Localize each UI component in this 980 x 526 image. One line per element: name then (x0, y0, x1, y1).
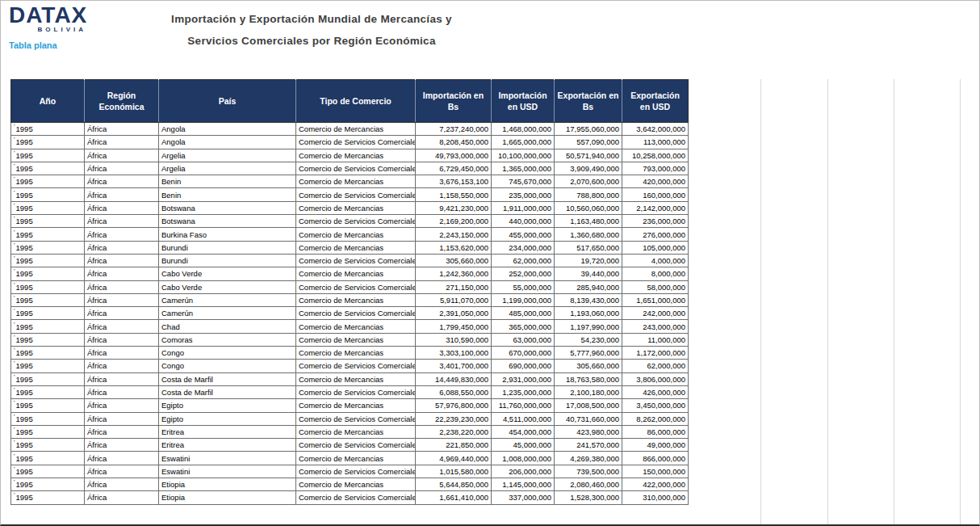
cell-imp-usd[interactable]: 1,365,000,000 (492, 162, 555, 175)
cell-imp-bs[interactable]: 3,401,700,000 (416, 360, 492, 372)
cell-imp-bs[interactable]: 2,243,150,000 (416, 228, 492, 241)
cell-imp-usd[interactable]: 1,008,000,000 (492, 452, 555, 465)
cell-imp-usd[interactable]: 62,000,000 (492, 254, 555, 267)
cell-pais[interactable]: Chad (159, 320, 296, 333)
cell-pais[interactable]: Burundi (159, 254, 296, 267)
cell-exp-bs[interactable]: 10,560,060,000 (555, 201, 622, 214)
cell-pais[interactable]: Camerún (159, 293, 296, 306)
cell-imp-usd[interactable]: 1,911,000,000 (492, 201, 555, 214)
cell-exp-usd[interactable]: 2,142,000,000 (622, 201, 689, 214)
cell-ano[interactable]: '1995 (11, 439, 85, 452)
cell-imp-usd[interactable]: 11,760,000,000 (492, 399, 555, 412)
cell-ano[interactable]: '1995 (11, 320, 85, 333)
cell-exp-usd[interactable]: 422,000,000 (622, 478, 689, 491)
cell-imp-usd[interactable]: 1,235,000,000 (492, 385, 555, 398)
cell-imp-bs[interactable]: 2,238,220,000 (416, 425, 492, 438)
column-header-imp-usd[interactable]: Importación en USD (492, 80, 555, 123)
cell-imp-usd[interactable]: 670,000,000 (492, 347, 555, 360)
cell-exp-bs[interactable]: 39,440,000 (555, 267, 622, 280)
cell-pais[interactable]: Costa de Marfil (159, 372, 296, 385)
cell-tipo[interactable]: Comercio de Servicios Comerciales (296, 254, 416, 267)
cell-exp-usd[interactable]: 310,000,000 (622, 491, 689, 504)
cell-exp-bs[interactable]: 40,731,660,000 (555, 412, 622, 425)
cell-pais[interactable]: Comoras (159, 333, 296, 346)
cell-tipo[interactable]: Comercio de Mercancias (296, 123, 416, 136)
cell-pais[interactable]: Congo (159, 360, 296, 372)
cell-imp-usd[interactable]: 234,000,000 (492, 241, 555, 254)
cell-exp-usd[interactable]: 150,000,000 (622, 465, 689, 478)
cell-exp-bs[interactable]: 305,660,000 (555, 360, 622, 372)
cell-region[interactable]: África (85, 267, 159, 280)
cell-pais[interactable]: Egipto (159, 399, 296, 412)
cell-imp-usd[interactable]: 55,000,000 (492, 280, 555, 293)
cell-exp-usd[interactable]: 3,642,000,000 (622, 123, 689, 136)
cell-exp-usd[interactable]: 58,000,000 (622, 280, 689, 293)
cell-exp-usd[interactable]: 793,000,000 (622, 162, 689, 175)
cell-region[interactable]: África (85, 149, 159, 162)
column-header-exp-usd[interactable]: Exportación en USD (622, 80, 689, 123)
cell-exp-usd[interactable]: 113,000,000 (622, 136, 689, 149)
cell-imp-bs[interactable]: 4,969,440,000 (416, 452, 492, 465)
cell-exp-bs[interactable]: 5,777,960,000 (555, 347, 622, 360)
column-header-ano[interactable]: Año (11, 80, 85, 123)
cell-tipo[interactable]: Comercio de Servicios Comerciales (296, 307, 416, 320)
cell-imp-bs[interactable]: 8,208,450,000 (416, 136, 492, 149)
cell-pais[interactable]: Botswana (159, 215, 296, 228)
cell-ano[interactable]: '1995 (11, 465, 85, 478)
cell-tipo[interactable]: Comercio de Servicios Comerciales (296, 385, 416, 398)
cell-region[interactable]: África (85, 360, 159, 372)
cell-imp-bs[interactable]: 1,661,410,000 (416, 491, 492, 504)
cell-ano[interactable]: '1995 (11, 215, 85, 228)
cell-tipo[interactable]: Comercio de Mercancias (296, 452, 416, 465)
cell-ano[interactable]: '1995 (11, 372, 85, 385)
cell-exp-bs[interactable]: 739,500,000 (555, 465, 622, 478)
cell-ano[interactable]: '1995 (11, 175, 85, 188)
cell-exp-usd[interactable]: 1,172,000,000 (622, 347, 689, 360)
cell-region[interactable]: África (85, 452, 159, 465)
cell-imp-usd[interactable]: 365,000,000 (492, 320, 555, 333)
cell-exp-bs[interactable]: 4,269,380,000 (555, 452, 622, 465)
cell-exp-usd[interactable]: 8,262,000,000 (622, 412, 689, 425)
cell-ano[interactable]: '1995 (11, 293, 85, 306)
cell-tipo[interactable]: Comercio de Mercancias (296, 478, 416, 491)
cell-tipo[interactable]: Comercio de Mercancias (296, 228, 416, 241)
cell-ano[interactable]: '1995 (11, 228, 85, 241)
cell-pais[interactable]: Congo (159, 347, 296, 360)
cell-pais[interactable]: Egipto (159, 412, 296, 425)
cell-pais[interactable]: Cabo Verde (159, 267, 296, 280)
cell-imp-bs[interactable]: 1,242,360,000 (416, 267, 492, 280)
cell-exp-usd[interactable]: 420,000,000 (622, 175, 689, 188)
cell-tipo[interactable]: Comercio de Mercancias (296, 425, 416, 438)
cell-exp-usd[interactable]: 8,000,000 (622, 267, 689, 280)
cell-imp-bs[interactable]: 22,239,230,000 (416, 412, 492, 425)
cell-imp-usd[interactable]: 63,000,000 (492, 333, 555, 346)
cell-tipo[interactable]: Comercio de Mercancias (296, 175, 416, 188)
cell-pais[interactable]: Benin (159, 175, 296, 188)
cell-pais[interactable]: Eswatini (159, 452, 296, 465)
cell-region[interactable]: África (85, 333, 159, 346)
cell-exp-bs[interactable]: 241,570,000 (555, 439, 622, 452)
cell-ano[interactable]: '1995 (11, 385, 85, 398)
cell-imp-bs[interactable]: 1,015,580,000 (416, 465, 492, 478)
cell-exp-usd[interactable]: 242,000,000 (622, 307, 689, 320)
cell-exp-bs[interactable]: 54,230,000 (555, 333, 622, 346)
cell-ano[interactable]: '1995 (11, 267, 85, 280)
cell-ano[interactable]: '1995 (11, 360, 85, 372)
cell-tipo[interactable]: Comercio de Mercancias (296, 149, 416, 162)
cell-imp-usd[interactable]: 1,145,000,000 (492, 478, 555, 491)
cell-imp-usd[interactable]: 454,000,000 (492, 425, 555, 438)
cell-exp-bs[interactable]: 2,070,600,000 (555, 175, 622, 188)
cell-region[interactable]: África (85, 228, 159, 241)
cell-tipo[interactable]: Comercio de Servicios Comerciales (296, 162, 416, 175)
cell-imp-usd[interactable]: 690,000,000 (492, 360, 555, 372)
cell-ano[interactable]: '1995 (11, 347, 85, 360)
cell-imp-bs[interactable]: 57,976,800,000 (416, 399, 492, 412)
cell-region[interactable]: África (85, 123, 159, 136)
cell-region[interactable]: África (85, 162, 159, 175)
cell-exp-usd[interactable]: 243,000,000 (622, 320, 689, 333)
cell-ano[interactable]: '1995 (11, 307, 85, 320)
cell-exp-bs[interactable]: 517,650,000 (555, 241, 622, 254)
cell-exp-usd[interactable]: 49,000,000 (622, 439, 689, 452)
cell-exp-usd[interactable]: 426,000,000 (622, 385, 689, 398)
cell-imp-bs[interactable]: 9,421,230,000 (416, 201, 492, 214)
